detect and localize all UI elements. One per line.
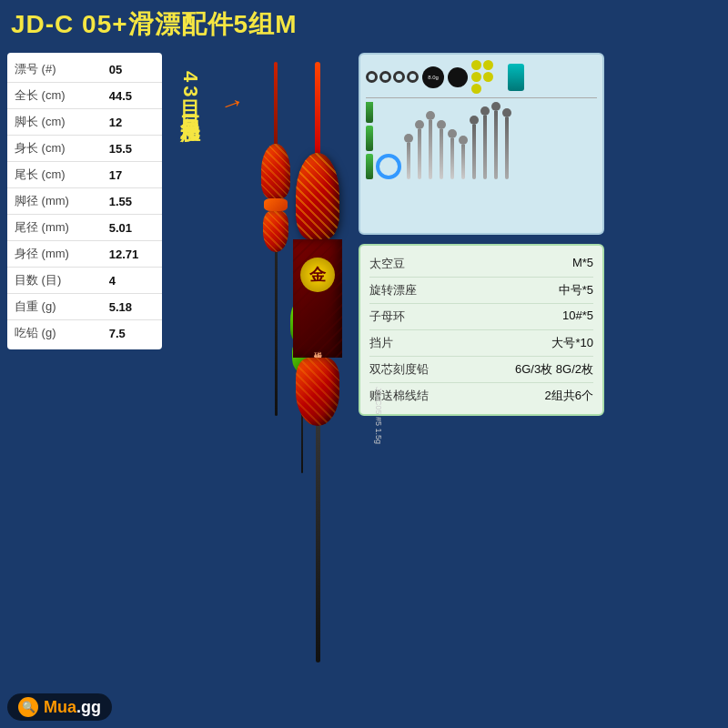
table-row: 全长 (cm)44.5 bbox=[7, 83, 162, 109]
accessories-box: 8.0g bbox=[359, 53, 604, 235]
list-item: 太空豆M*5 bbox=[369, 251, 593, 278]
spec-label: 全长 (cm) bbox=[7, 83, 102, 109]
spec-value: 5.01 bbox=[102, 215, 162, 241]
specs-panel: 漂号 (#)05全长 (cm)44.5脚长 (cm)12身长 (cm)15.5尾… bbox=[7, 53, 162, 349]
spec-value: 44.5 bbox=[102, 83, 162, 109]
spec-label: 脚径 (mm) bbox=[7, 188, 102, 215]
list-item: 挡片大号*10 bbox=[369, 330, 593, 357]
table-row: 身径 (mm)12.71 bbox=[7, 241, 162, 268]
spec-value: 15.5 bbox=[102, 136, 162, 162]
spec-value: 5.18 bbox=[102, 294, 162, 320]
acc-label: 旋转漂座 bbox=[369, 282, 442, 298]
floats-panel: 4目3目三角尾加粗 → bbox=[169, 53, 351, 723]
table-row: 吃铅 (g)7.5 bbox=[7, 320, 162, 347]
list-item: 双芯刻度铅6G/3枚 8G/2枚 bbox=[369, 357, 593, 383]
main-content: 漂号 (#)05全长 (cm)44.5脚长 (cm)12身长 (cm)15.5尾… bbox=[0, 49, 728, 726]
list-item: 赠送棉线结2组共6个 bbox=[369, 383, 593, 409]
spec-value: 7.5 bbox=[102, 320, 162, 347]
table-row: 自重 (g)5.18 bbox=[7, 294, 162, 320]
spec-value: 17 bbox=[102, 162, 162, 188]
spec-label: 目数 (目) bbox=[7, 268, 102, 294]
specs-table: 漂号 (#)05全长 (cm)44.5脚长 (cm)12身长 (cm)15.5尾… bbox=[7, 56, 162, 346]
spec-value: 12.71 bbox=[102, 241, 162, 268]
watermark-text: Mua.gg bbox=[44, 698, 101, 717]
header: JD-C 05+滑漂配件5组M bbox=[0, 0, 728, 49]
watermark: 🔍 Mua.gg bbox=[7, 693, 112, 721]
spec-value: 1.55 bbox=[102, 188, 162, 215]
acc-label: 太空豆 bbox=[369, 256, 442, 272]
acc-value: 2组共6个 bbox=[545, 388, 593, 404]
acc-value: 10#*5 bbox=[562, 308, 593, 325]
list-item: 子母环10#*5 bbox=[369, 304, 593, 330]
acc-label: 挡片 bbox=[369, 335, 442, 351]
page-title: JD-C 05+滑漂配件5组M bbox=[11, 7, 298, 42]
float-brand-text: 碳铅大师 bbox=[312, 345, 324, 349]
float-label: JD-C05 #5 1.5g bbox=[374, 387, 383, 444]
table-row: 目数 (目)4 bbox=[7, 268, 162, 294]
acc-value: 大号*10 bbox=[551, 335, 593, 351]
weight-item: 8.0g bbox=[422, 66, 444, 88]
watermark-icon: 🔍 bbox=[18, 697, 38, 717]
list-item: 旋转漂座中号*5 bbox=[369, 278, 593, 304]
float-logo: 金 bbox=[300, 258, 335, 292]
table-row: 身长 (cm)15.5 bbox=[7, 136, 162, 162]
table-row: 尾径 (mm)5.01 bbox=[7, 215, 162, 241]
spec-value: 4 bbox=[102, 268, 162, 294]
spec-value: 12 bbox=[102, 109, 162, 136]
main-float: 金 碳铅大师 JD-C05 #5 1.5g bbox=[293, 62, 342, 662]
spec-label: 身径 (mm) bbox=[7, 241, 102, 268]
spec-label: 漂号 (#) bbox=[7, 56, 102, 83]
spec-label: 自重 (g) bbox=[7, 294, 102, 320]
acc-value: 中号*5 bbox=[559, 282, 593, 298]
spec-label: 尾长 (cm) bbox=[7, 162, 102, 188]
spec-label: 脚长 (cm) bbox=[7, 109, 102, 136]
acc-label: 子母环 bbox=[369, 308, 442, 325]
acc-value: 6G/3枚 8G/2枚 bbox=[515, 361, 593, 378]
floats-container: 金 碳铅大师 JD-C05 #5 1.5g bbox=[169, 62, 351, 608]
table-row: 漂号 (#)05 bbox=[7, 56, 162, 83]
acc-value: M*5 bbox=[572, 256, 593, 272]
spec-label: 身长 (cm) bbox=[7, 136, 102, 162]
small-red-float bbox=[261, 62, 290, 416]
spec-value: 05 bbox=[102, 56, 162, 83]
acc-label: 双芯刻度铅 bbox=[369, 361, 442, 378]
table-row: 脚径 (mm)1.55 bbox=[7, 188, 162, 215]
table-row: 尾长 (cm)17 bbox=[7, 162, 162, 188]
spec-label: 吃铅 (g) bbox=[7, 320, 102, 347]
spec-label: 尾径 (mm) bbox=[7, 215, 102, 241]
table-row: 脚长 (cm)12 bbox=[7, 109, 162, 136]
right-panel: 8.0g bbox=[359, 53, 604, 723]
acc-list-panel: 太空豆M*5旋转漂座中号*5子母环10#*5挡片大号*10双芯刻度铅6G/3枚 … bbox=[359, 244, 604, 416]
